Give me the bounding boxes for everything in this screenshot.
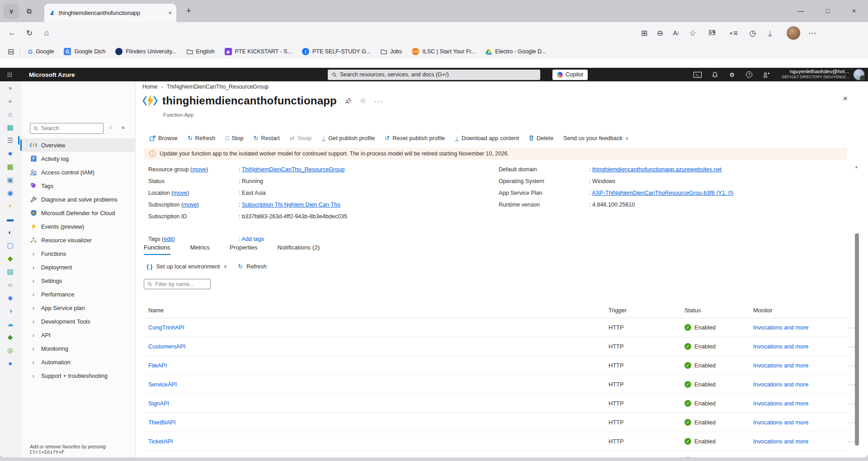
rail-item-favorites[interactable]: ★ bbox=[0, 147, 20, 160]
back-icon[interactable]: ← bbox=[5, 25, 20, 41]
filter-input[interactable]: Filter by name... bbox=[144, 279, 211, 289]
rail-item-function-app[interactable]: ⚡ bbox=[0, 199, 20, 212]
favorites-bar-icon[interactable]: ⋆≡ bbox=[726, 25, 741, 41]
notifications-bell-icon[interactable] bbox=[709, 70, 721, 80]
sidebar-item-microsoft-defender-for-cloud[interactable]: Microsoft Defender for Cloud bbox=[20, 206, 136, 220]
breadcrumb-home-link[interactable]: Home bbox=[142, 84, 157, 90]
invocations-link[interactable]: Invocations and more bbox=[753, 400, 808, 407]
function-name-link[interactable]: UserAPI bbox=[148, 457, 170, 457]
cloud-shell-icon[interactable]: >_ bbox=[692, 70, 703, 80]
sidebar-item-development-tools[interactable]: ›Development Tools bbox=[20, 315, 136, 328]
help-icon[interactable]: ? bbox=[743, 70, 755, 80]
essentials-edit-link[interactable]: edit bbox=[164, 236, 173, 242]
delete-button[interactable]: Delete bbox=[529, 135, 553, 141]
essentials-value-link[interactable]: ASP-ThiNghiemDienCanThoResourceGrou-b3f6… bbox=[592, 190, 733, 196]
vertical-scrollbar[interactable]: ▲ ▼ bbox=[853, 208, 860, 456]
send-us-your-feedback-button[interactable]: Send us your feedback∨ bbox=[563, 135, 628, 141]
rail-item-virtual-machines[interactable]: ▢ bbox=[0, 239, 20, 252]
function-name-link[interactable]: SignAPI bbox=[148, 400, 169, 407]
browser-home-icon[interactable]: ⌂ bbox=[39, 25, 54, 41]
blade-close-icon[interactable]: × bbox=[843, 94, 848, 103]
account-info[interactable]: nguyenlethanhdev@hot... DEFAULT DIRECTOR… bbox=[782, 69, 849, 80]
bookmark-item[interactable]: ◉PTE KICKSTART - S... bbox=[220, 46, 297, 57]
rail-item-cosmos-db[interactable]: ◐ bbox=[0, 226, 20, 239]
portal-menu-icon[interactable] bbox=[4, 70, 15, 80]
zoom-icon[interactable]: ⊖ bbox=[652, 25, 668, 41]
chevron-down-icon[interactable]: ∨ bbox=[223, 263, 227, 269]
invocations-link[interactable]: Invocations and more bbox=[753, 324, 808, 331]
browser-profile-avatar[interactable] bbox=[787, 26, 800, 40]
column-header-monitor[interactable]: Monitor bbox=[753, 307, 848, 314]
sidebar-item-activity-log[interactable]: Activity log bbox=[20, 152, 136, 165]
bookmark-item[interactable]: Electro - Google D... bbox=[481, 47, 551, 56]
sidebar-item-performance[interactable]: ›Performance bbox=[20, 287, 136, 301]
title-more-icon[interactable]: ··· bbox=[374, 97, 383, 105]
window-minimize-icon[interactable]: — bbox=[788, 2, 814, 20]
bookmark-item[interactable]: fPTE SELF-STUDY G... bbox=[297, 46, 376, 57]
azure-brand[interactable]: Microsoft Azure bbox=[29, 71, 75, 78]
download-app-content-button[interactable]: ↓Download app content bbox=[455, 135, 519, 141]
function-name-link[interactable]: CustomersAPI bbox=[148, 343, 186, 350]
sidebar-item-app-service-plan[interactable]: ›App Service plan bbox=[20, 301, 136, 315]
rail-item-resource-groups[interactable]: ▣ bbox=[0, 173, 20, 186]
essentials-value-link[interactable]: ThiNghiemDienCanTho_ResourceGroup bbox=[242, 166, 345, 173]
invocations-link[interactable]: Invocations and more bbox=[753, 343, 808, 350]
favorite-star-icon[interactable]: ☆ bbox=[685, 25, 700, 41]
sidebar-search-input[interactable]: Search bbox=[30, 123, 104, 134]
setup-local-environment-button[interactable]: Set up local environment bbox=[156, 263, 220, 270]
rail-item-storage-accounts[interactable]: ▤ bbox=[0, 265, 20, 278]
function-name-link[interactable]: TicketAPI bbox=[148, 438, 173, 445]
get-publish-profile-button[interactable]: ↓Get publish profile bbox=[322, 135, 375, 141]
sidebar-item-events-preview[interactable]: Events (preview) bbox=[20, 220, 136, 233]
workspaces-icon[interactable]: ⧉ bbox=[21, 4, 37, 19]
column-header-status[interactable]: Status bbox=[684, 307, 753, 314]
read-aloud-icon[interactable]: A) bbox=[668, 25, 684, 41]
bookmark-item[interactable]: English bbox=[182, 47, 220, 56]
sidebar-item-access-control-iam[interactable]: Access control (IAM) bbox=[20, 165, 136, 179]
essentials-value-link[interactable]: Add tags bbox=[241, 236, 264, 242]
sidebar-item-settings[interactable]: ›Settings bbox=[20, 274, 136, 287]
rail-item-monitor[interactable]: ◑ bbox=[0, 304, 20, 317]
window-close-icon[interactable]: × bbox=[841, 2, 867, 20]
refresh-button[interactable]: ↻Refresh bbox=[188, 135, 216, 141]
column-header-name[interactable]: Name bbox=[148, 307, 609, 314]
browser-tab[interactable]: thinghiemdiencanthofunctionapp × bbox=[44, 4, 176, 22]
bookmark-item[interactable]: ILSCILSC | Start Your Fr... bbox=[407, 46, 481, 57]
browse-button[interactable]: Browse bbox=[150, 135, 178, 141]
rail-item-create-resource[interactable]: + bbox=[0, 94, 20, 108]
refresh-page-icon[interactable]: ↻ bbox=[22, 25, 37, 41]
sidebar-item-resource-visualizer[interactable]: Resource visualizer bbox=[20, 233, 136, 247]
rail-item-sql-databases[interactable]: ▬ bbox=[0, 212, 20, 226]
bookmark-item[interactable]: Flinders University... bbox=[110, 46, 181, 57]
sidebar-item-functions[interactable]: ›Functions bbox=[20, 247, 136, 260]
function-name-link[interactable]: FileAPI bbox=[148, 362, 167, 369]
invocations-link[interactable]: Invocations and more bbox=[753, 438, 808, 445]
function-name-link[interactable]: ThietBiAPI bbox=[148, 419, 175, 426]
rail-item-all-services[interactable]: ☰ bbox=[0, 134, 20, 147]
sidebar-toggle-icon[interactable]: ⊟ bbox=[5, 46, 17, 57]
pin-icon[interactable] bbox=[345, 98, 352, 104]
favorite-star-icon[interactable]: ☆ bbox=[360, 97, 366, 105]
reset-publish-profile-button[interactable]: ↺Reset publish profile bbox=[385, 135, 445, 141]
rail-item-advisor[interactable]: ☁ bbox=[0, 317, 20, 330]
rail-item-cost-management[interactable]: ◎ bbox=[0, 343, 20, 357]
scrollbar-thumb[interactable] bbox=[855, 233, 859, 446]
extensions-icon[interactable] bbox=[704, 25, 720, 41]
tab-metrics[interactable]: Metrics bbox=[190, 244, 210, 255]
stop-button[interactable]: □Stop bbox=[225, 135, 243, 141]
tab-close-icon[interactable]: × bbox=[168, 9, 172, 16]
sidebar-item-overview[interactable]: Overview bbox=[20, 138, 136, 152]
split-screen-icon[interactable]: ⊞ bbox=[637, 25, 652, 41]
essentials-value-link[interactable]: Subscription Thi Nghiem Dien Can Tho bbox=[242, 202, 340, 208]
rail-item-entra-id[interactable]: ◈ bbox=[0, 291, 20, 304]
azure-avatar[interactable] bbox=[854, 69, 864, 80]
sidebar-item-diagnose-and-solve-problems[interactable]: Diagnose and solve problems bbox=[20, 193, 136, 206]
rail-item-support[interactable]: ● bbox=[0, 357, 20, 370]
breadcrumb-resource-group-link[interactable]: ThiNghiemDienCanTho_ResourceGroup bbox=[167, 84, 269, 90]
restart-button[interactable]: ↻Restart bbox=[254, 135, 280, 141]
rail-item-virtual-networks[interactable]: ‹› bbox=[0, 278, 20, 291]
sidebar-item-monitoring[interactable]: ›Monitoring bbox=[20, 342, 136, 355]
feedback-icon[interactable] bbox=[760, 70, 772, 80]
rail-item-home[interactable]: ⌂ bbox=[0, 108, 20, 121]
sidebar-item-deployment[interactable]: ›Deployment bbox=[20, 260, 136, 274]
